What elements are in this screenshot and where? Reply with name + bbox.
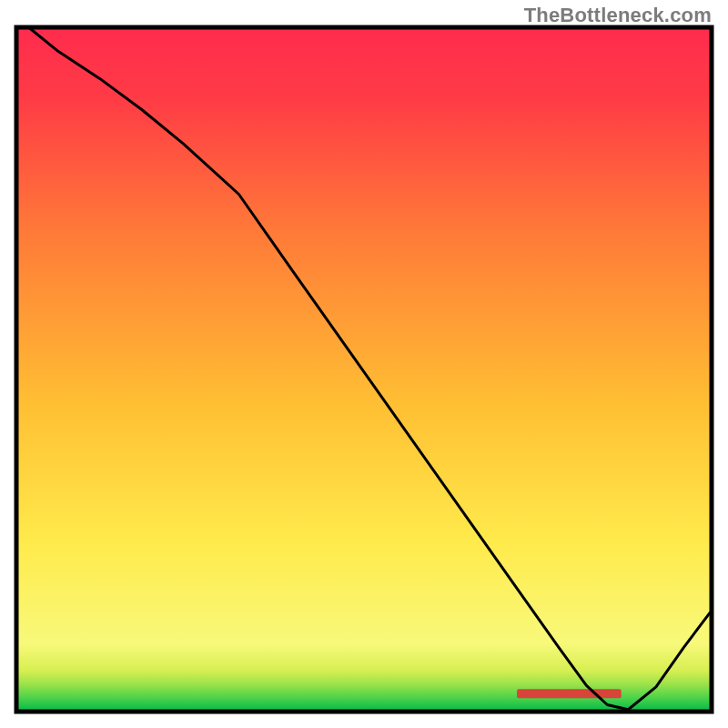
chart-container: TheBottleneck.com bbox=[0, 0, 728, 728]
bottleneck-chart bbox=[0, 0, 728, 728]
gradient-background bbox=[16, 27, 712, 712]
optimal-band-marker bbox=[517, 689, 622, 698]
